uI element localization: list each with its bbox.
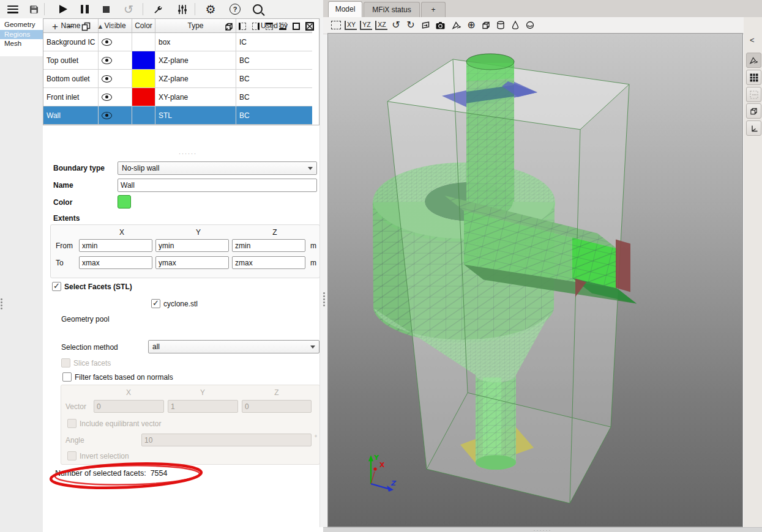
slice-facets-label: Slice facets xyxy=(73,359,111,368)
splitter-handle[interactable] xyxy=(323,292,325,306)
invert-selection-checkbox xyxy=(67,451,77,460)
nav-item-geometry[interactable]: Geometry xyxy=(0,20,43,30)
include-equilibrant-checkbox xyxy=(67,419,77,428)
save-icon[interactable] xyxy=(26,1,42,17)
help-icon[interactable]: ? xyxy=(227,1,243,17)
vector-y-header: Y xyxy=(190,388,215,397)
settings-gear-icon[interactable]: ⚙ xyxy=(203,1,219,17)
toggle-mesh-button[interactable] xyxy=(746,70,761,85)
region-color-button[interactable] xyxy=(118,195,131,209)
extents-from-x-input[interactable] xyxy=(79,239,152,252)
visibility-toggle[interactable] xyxy=(99,51,132,70)
stop-icon[interactable] xyxy=(98,1,114,17)
panel-splitter-handle[interactable]: ······ xyxy=(179,150,197,157)
run-icon[interactable] xyxy=(55,1,71,17)
table-row-name[interactable]: Front inlet xyxy=(43,88,99,106)
add-region-button[interactable]: + xyxy=(48,18,62,34)
col-header-color[interactable]: Color xyxy=(132,19,155,33)
region-name-input[interactable] xyxy=(118,179,317,192)
filter-facets-checkbox[interactable] xyxy=(62,372,72,382)
boundary-type-select[interactable]: No-slip wall xyxy=(118,161,317,175)
toggle-normals-button[interactable] xyxy=(746,87,761,102)
parameters-sliders-icon[interactable] xyxy=(174,1,190,17)
search-icon[interactable] xyxy=(250,1,266,17)
reset-view-icon[interactable] xyxy=(329,18,343,32)
toolbar-separator xyxy=(44,3,45,15)
extents-to-x-input[interactable] xyxy=(79,256,152,269)
region-color-cell[interactable] xyxy=(132,106,155,125)
visibility-toggle[interactable] xyxy=(99,33,132,51)
select-facets-checkbox[interactable] xyxy=(52,282,61,291)
geometry-sphere-icon[interactable]: ⊕ xyxy=(465,18,478,32)
table-row-name-selected[interactable]: Wall xyxy=(43,106,99,125)
selection-method-select[interactable]: all xyxy=(148,340,319,353)
pause-icon[interactable] xyxy=(77,1,92,17)
dashed-square-icon xyxy=(750,91,758,99)
region-shape-stl-icon[interactable] xyxy=(303,18,316,34)
region-shape-box-icon[interactable] xyxy=(222,18,236,34)
tab-mfix-status[interactable]: MFiX status xyxy=(364,2,420,17)
view-xz-button[interactable]: XZ xyxy=(374,18,389,32)
toggle-axes-button[interactable] xyxy=(746,120,761,136)
move-down-button[interactable]: ▼ xyxy=(108,18,120,34)
extents-y-header: Y xyxy=(186,228,211,237)
extents-to-z-input[interactable] xyxy=(232,256,305,269)
tube-top-cap xyxy=(466,54,514,70)
geometry-box-icon[interactable] xyxy=(479,18,493,32)
remove-region-button[interactable]: − xyxy=(63,18,78,34)
extents-from-z-input[interactable] xyxy=(232,239,305,252)
table-row-type: XZ-plane xyxy=(155,51,236,70)
collapse-panel-icon[interactable]: < xyxy=(750,35,755,45)
tab-model[interactable]: Model xyxy=(328,1,362,17)
extents-to-y-input[interactable] xyxy=(155,256,229,269)
visibility-toggle[interactable] xyxy=(99,88,132,106)
nav-item-regions[interactable]: Regions xyxy=(0,30,43,40)
build-wrench-icon[interactable] xyxy=(150,1,166,17)
table-row-name[interactable]: Bottom outlet xyxy=(43,70,99,88)
cyclone-stl-checkbox[interactable] xyxy=(151,299,160,308)
region-shape-plane-top-icon[interactable] xyxy=(263,18,276,34)
screenshot-camera-icon[interactable] xyxy=(433,18,447,32)
move-up-button[interactable]: ▲ xyxy=(94,18,106,34)
nav-splitter-handle[interactable] xyxy=(1,298,2,309)
rotate-left-icon[interactable]: ↺ xyxy=(389,18,403,32)
extents-from-unit: m xyxy=(310,242,316,250)
duplicate-region-button[interactable] xyxy=(78,18,93,34)
toggle-regions-button[interactable] xyxy=(746,103,761,119)
rotate-right-icon[interactable]: ↻ xyxy=(404,18,417,32)
region-color-cell[interactable] xyxy=(132,33,155,51)
geometry-cone-icon[interactable] xyxy=(509,18,522,32)
menu-icon[interactable] xyxy=(5,1,21,17)
geometry-cylinder-icon[interactable] xyxy=(494,18,507,32)
visibility-toggle[interactable] xyxy=(99,70,132,88)
reset-icon[interactable]: ↺ xyxy=(121,1,136,17)
vertical-splitter[interactable] xyxy=(319,18,328,527)
toggle-geometry-button[interactable] xyxy=(746,53,761,68)
table-row-name[interactable]: Background IC xyxy=(43,33,99,51)
perspective-icon[interactable] xyxy=(419,18,432,32)
sliders-icon xyxy=(177,4,187,15)
table-row-type: XZ-plane xyxy=(155,70,236,88)
viewport-3d[interactable]: Y X Z xyxy=(327,33,743,527)
region-shape-plane-full-icon[interactable] xyxy=(289,18,303,34)
bottom-splitter[interactable]: ······ xyxy=(323,527,762,532)
view-xy-button[interactable]: XY xyxy=(343,18,358,32)
splitter-handle[interactable]: ······ xyxy=(534,527,552,532)
region-shape-plane-right-icon[interactable] xyxy=(249,18,263,34)
geometry-torus-icon[interactable] xyxy=(523,18,537,32)
nav-item-mesh[interactable]: Mesh xyxy=(0,39,43,49)
region-name-label: Name xyxy=(53,181,73,190)
region-shape-plane-left-icon[interactable] xyxy=(236,18,249,34)
region-color-cell[interactable] xyxy=(132,51,155,70)
extents-from-y-input[interactable] xyxy=(155,239,229,252)
extents-to-unit: m xyxy=(310,259,316,267)
facet-count-text: Number of selected facets: 7554 xyxy=(55,469,167,478)
visibility-toggle[interactable] xyxy=(99,106,132,125)
region-color-cell[interactable] xyxy=(132,88,155,106)
region-shape-plane-bottom-icon[interactable] xyxy=(276,18,289,34)
view-yz-button[interactable]: YZ xyxy=(359,18,373,32)
table-row-name[interactable]: Top outlet xyxy=(43,51,99,70)
region-color-cell[interactable] xyxy=(132,70,155,88)
tab-add[interactable]: + xyxy=(421,2,446,17)
geometry-stl-icon[interactable] xyxy=(450,18,463,32)
